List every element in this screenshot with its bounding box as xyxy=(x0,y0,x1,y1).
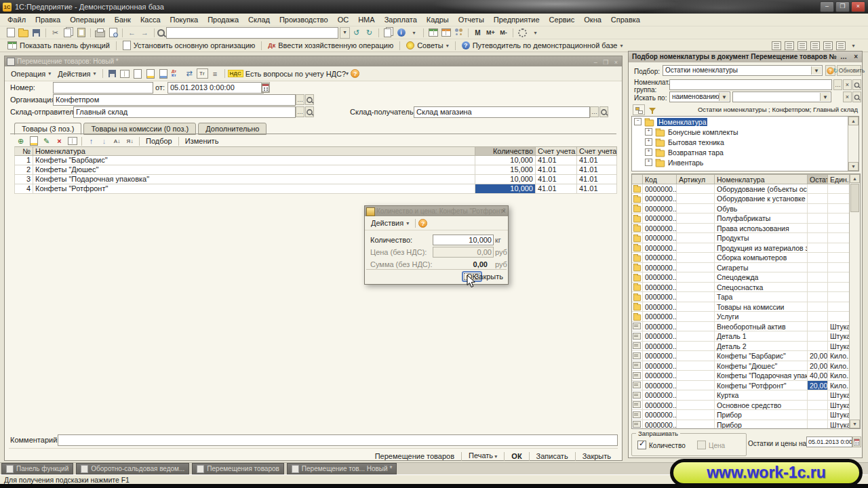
code-cell[interactable]: 0000000... xyxy=(643,331,677,342)
warehouse-sender-input[interactable]: Главный склад xyxy=(73,106,296,118)
dialog-help-icon[interactable]: ? xyxy=(418,219,427,228)
list-item[interactable]: 0000000...Полуфабрикаты xyxy=(632,214,850,224)
list-item[interactable]: 0000000...Конфеты "Ротфронт"20,000Кило..… xyxy=(632,381,850,391)
menu-item-7[interactable]: Продажа xyxy=(203,14,243,26)
search-text-input[interactable]: ▼ xyxy=(732,92,831,102)
unit-cell[interactable]: Кило... xyxy=(828,351,850,361)
nomenclature-cell[interactable]: Конфеты "Подарочная упаковка" xyxy=(33,175,475,184)
dialog-close-icon[interactable]: × xyxy=(502,207,506,215)
code-cell[interactable]: 0000000... xyxy=(643,342,677,352)
services-icon[interactable] xyxy=(517,28,528,38)
article-cell[interactable] xyxy=(677,283,715,293)
name-cell[interactable]: Спецоснастка xyxy=(715,283,808,293)
unit-cell[interactable]: Штука xyxy=(828,390,850,401)
paste-icon[interactable] xyxy=(75,28,87,38)
group-select-button[interactable]: … xyxy=(833,79,842,90)
article-cell[interactable] xyxy=(677,194,715,204)
list-item[interactable]: 0000000...Товары на комиссии xyxy=(632,302,850,312)
code-cell[interactable]: 0000000... xyxy=(643,401,677,411)
account-to-cell[interactable]: 41.01 xyxy=(577,175,617,184)
ostatok-cell[interactable] xyxy=(808,194,828,204)
ostatok-cell[interactable] xyxy=(808,420,828,430)
set-main-org-button[interactable]: Установить основную организацию xyxy=(119,40,259,52)
close-doc-button[interactable]: Закрыть xyxy=(578,451,615,462)
ostatok-cell[interactable]: 40,000 xyxy=(808,371,828,381)
article-cell[interactable] xyxy=(677,371,715,381)
tree-item[interactable]: +Бонусные комплекты xyxy=(632,127,859,137)
ostatok-cell[interactable]: 20,000 xyxy=(808,361,828,371)
ostatok-cell[interactable] xyxy=(808,224,828,234)
ostatok-cell[interactable] xyxy=(808,253,828,263)
name-cell[interactable]: Спецодежда xyxy=(715,272,808,283)
code-cell[interactable]: 0000000... xyxy=(643,302,677,312)
name-cell[interactable]: Деталь 1 xyxy=(715,331,808,342)
article-cell[interactable] xyxy=(677,390,715,401)
search-input[interactable] xyxy=(166,27,338,39)
code-cell[interactable]: 0000000... xyxy=(643,272,677,283)
ostatki-calendar-button[interactable] xyxy=(852,436,861,447)
nomenclature-cell[interactable]: Конфеты "Барбарис" xyxy=(33,156,475,165)
refresh-button[interactable]: ↻Обновить xyxy=(837,65,861,76)
list-item[interactable]: 0000000...Основное средствоШтука xyxy=(632,401,850,411)
code-cell[interactable]: 0000000... xyxy=(643,292,677,302)
list-item[interactable]: 0000000...Конфеты "Дюшес"20,000Кило... xyxy=(632,361,850,371)
move-up-icon[interactable]: ↑ xyxy=(85,136,97,146)
chevron-down-icon[interactable]: ▼ xyxy=(820,93,830,101)
info-icon[interactable]: i xyxy=(395,28,407,38)
tree-item[interactable]: +Инвентарь xyxy=(632,157,859,167)
name-cell[interactable]: Сигареты xyxy=(715,263,808,273)
unit-cell[interactable] xyxy=(828,312,850,322)
enter-operation-button[interactable]: ДкВвести хозяйственную операцию xyxy=(264,40,397,52)
report-grid-icon[interactable] xyxy=(119,68,131,79)
delete-row-icon[interactable]: × xyxy=(54,136,65,146)
code-cell[interactable]: 0000000... xyxy=(643,224,677,234)
unit-cell[interactable] xyxy=(828,194,850,204)
name-cell[interactable]: Обувь xyxy=(715,204,808,214)
quantity-cell[interactable]: 10,000 xyxy=(475,175,536,184)
article-cell[interactable] xyxy=(677,312,715,322)
unit-cell[interactable] xyxy=(828,292,850,302)
list-item[interactable]: 0000000...ПриборШтука xyxy=(632,420,850,430)
structure-icon[interactable]: Тг xyxy=(197,68,208,79)
unit-cell[interactable]: Кило... xyxy=(828,361,850,371)
code-cell[interactable]: 0000000... xyxy=(643,253,677,263)
menu-item-12[interactable]: Зарплата xyxy=(380,14,422,26)
move-down-icon[interactable]: ↓ xyxy=(98,136,110,146)
account-to-cell[interactable]: 41.01 xyxy=(577,165,617,175)
unit-cell[interactable]: Кило... xyxy=(828,381,850,391)
open-folder-icon[interactable] xyxy=(18,28,29,38)
menu-item-4[interactable]: Банк xyxy=(110,14,136,26)
ostatok-cell[interactable]: 20,000 xyxy=(808,351,828,361)
unit-cell[interactable] xyxy=(828,233,850,243)
hierarchy-view-button[interactable] xyxy=(633,104,645,115)
dt-kt-icon[interactable] xyxy=(171,68,182,79)
nomenclature-cell[interactable]: Конфеты "Дюшес" xyxy=(33,165,475,175)
name-cell[interactable]: Прибор xyxy=(715,410,808,420)
ostatok-cell[interactable]: 20,000 xyxy=(808,381,828,391)
organization-select-button[interactable]: … xyxy=(296,94,304,105)
copy-doc-icon[interactable] xyxy=(145,68,157,79)
menu-item-10[interactable]: ОС xyxy=(333,14,354,26)
unit-cell[interactable]: Штука xyxy=(828,420,850,430)
warehouse-sender-open-button[interactable] xyxy=(305,106,314,117)
journal-icon-1[interactable] xyxy=(770,41,782,51)
ostatok-cell[interactable] xyxy=(808,401,828,411)
calculator-icon[interactable] xyxy=(427,28,439,38)
warehouse-receiver-open-button[interactable] xyxy=(599,106,608,117)
unit-cell[interactable] xyxy=(828,263,850,273)
quantity-cell[interactable]: 15,000 xyxy=(475,165,536,175)
window-bar-item-2[interactable]: Оборотно-сальдовая ведом... xyxy=(76,463,189,474)
users-icon[interactable] xyxy=(453,28,465,38)
list-item[interactable]: 0000000...Оборудование (объекты основ... xyxy=(632,184,850,195)
post-document-icon[interactable] xyxy=(132,68,144,79)
ostatok-cell[interactable] xyxy=(808,214,828,224)
close-button[interactable]: × xyxy=(851,1,865,12)
code-cell[interactable]: 0000000... xyxy=(643,194,677,204)
search-run-button[interactable] xyxy=(852,92,861,102)
scroll-up-icon[interactable]: ▲ xyxy=(850,174,860,183)
unit-cell[interactable] xyxy=(828,204,850,214)
menu-item-13[interactable]: Кадры xyxy=(422,14,454,26)
menu-item-16[interactable]: Сервис xyxy=(545,14,580,26)
group-open-button[interactable] xyxy=(852,79,861,90)
article-cell[interactable] xyxy=(677,420,715,430)
